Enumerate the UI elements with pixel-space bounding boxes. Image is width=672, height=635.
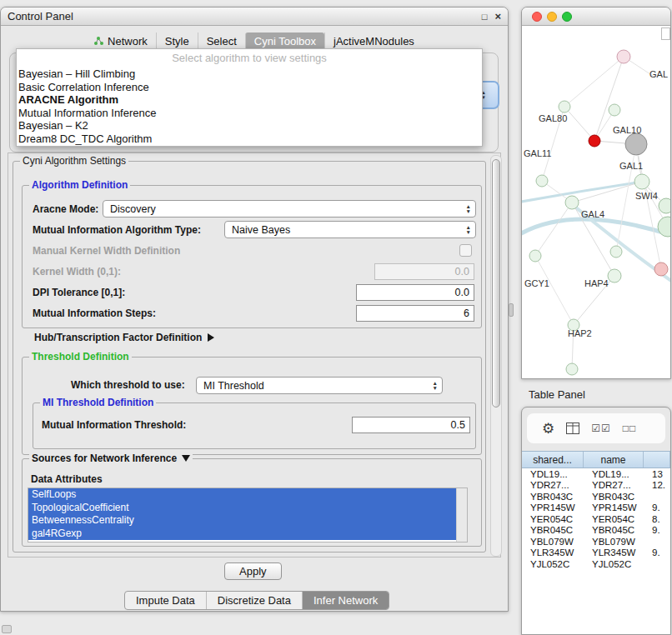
network-node[interactable]: [609, 104, 620, 116]
network-node[interactable]: [589, 135, 600, 147]
column-header-extra[interactable]: [644, 452, 670, 468]
table-row[interactable]: YDL19...YDL19...13: [522, 468, 670, 480]
tab-select[interactable]: Select: [198, 32, 245, 50]
tab-network[interactable]: Network: [86, 32, 156, 50]
close-icon[interactable]: ×: [494, 10, 501, 22]
algorithm-definition-group: Algorithm Definition Aracne Mode: Discov…: [22, 185, 482, 328]
table-row[interactable]: YBR043CYBR043C: [522, 491, 670, 502]
table-cell: YJL052C: [522, 559, 584, 569]
tab-cyni-toolbox[interactable]: Cyni Toolbox: [245, 32, 324, 50]
network-view-titlebar[interactable]: [522, 8, 670, 26]
dropdown-item[interactable]: Basic Correlation Inference: [17, 81, 482, 94]
minimize-window-icon[interactable]: [547, 12, 557, 22]
window-buttons: □ ×: [482, 10, 501, 22]
unchecked-columns-icon[interactable]: □□: [623, 422, 637, 434]
restore-icon[interactable]: □: [482, 12, 488, 22]
collapsed-panel-button[interactable]: [2, 625, 12, 633]
tab-infer-network[interactable]: Infer Network: [302, 592, 389, 609]
network-node-label: GAL: [649, 69, 668, 79]
table-cell: YER054C: [584, 514, 644, 524]
kernel-width-input[interactable]: 0.0: [374, 263, 474, 280]
dropdown-item[interactable]: Bayesian – K2: [17, 119, 482, 132]
tab-jactivemnodules[interactable]: jActiveMNodules: [324, 32, 423, 50]
network-canvas[interactable]: GALGAL80GAL10GAL11GAL1SWI4GAL4GCY1HAP4HA…: [522, 26, 670, 378]
tab-style[interactable]: Style: [156, 32, 198, 50]
group-title: MI Threshold Definition: [40, 397, 156, 408]
mi-steps-label: Mutual Information Steps:: [33, 308, 156, 319]
chevron-updown-icon: ▲▼: [433, 381, 438, 390]
dropdown-item[interactable]: Dream8 DC_TDC Algorithm: [17, 132, 482, 146]
control-panel-window: Control Panel □ × Network Style Select C…: [0, 7, 509, 612]
mi-type-select[interactable]: Naive Bayes ▲▼: [224, 221, 476, 238]
network-node[interactable]: [565, 196, 579, 209]
settings-scrollbar[interactable]: [490, 155, 502, 557]
network-node-label: GAL11: [524, 148, 551, 158]
network-node[interactable]: [536, 175, 548, 187]
close-window-icon[interactable]: [532, 12, 542, 22]
panel-splitter-handle[interactable]: [509, 303, 514, 317]
table-toolbar: ⚙ ☑☑ □□: [527, 413, 665, 443]
control-panel-titlebar[interactable]: Control Panel □ ×: [1, 8, 508, 26]
tab-label: Style: [165, 35, 189, 48]
table-cell: YBL079W: [522, 537, 584, 547]
dropdown-item[interactable]: Bayesian – Hill Climbing: [17, 68, 482, 81]
network-node[interactable]: [659, 198, 670, 213]
mi-steps-input[interactable]: 6: [356, 305, 474, 322]
desktop: Control Panel □ × Network Style Select C…: [0, 0, 672, 635]
network-node[interactable]: [617, 50, 630, 63]
dropdown-item[interactable]: Mutual Information Inference: [17, 107, 482, 120]
network-node[interactable]: [529, 250, 541, 262]
network-node[interactable]: [610, 246, 622, 258]
table-cell: YDL19...: [522, 469, 584, 479]
zoom-window-icon[interactable]: [562, 12, 572, 22]
settings-gear-icon[interactable]: ⚙: [542, 420, 554, 438]
tab-impute-data[interactable]: Impute Data: [125, 592, 206, 609]
tab-discretize-data[interactable]: Discretize Data: [206, 592, 302, 609]
column-header-name[interactable]: name: [584, 452, 644, 468]
column-layout-icon[interactable]: [566, 422, 579, 434]
apply-button[interactable]: Apply: [224, 562, 282, 580]
list-scrollbar[interactable]: [456, 488, 467, 542]
sources-toggle[interactable]: Sources for Network Inference: [29, 452, 193, 464]
network-icon: [94, 37, 103, 46]
table-row[interactable]: YBL079WYBL079W: [522, 536, 670, 548]
attribute-item[interactable]: gal4RGexp: [28, 528, 457, 541]
table-cell: YER054C: [522, 514, 584, 524]
aracne-mode-select[interactable]: Discovery ▲▼: [103, 200, 476, 218]
canvas-scroll-corner[interactable]: [661, 28, 670, 40]
network-node[interactable]: [559, 101, 570, 112]
attribute-item[interactable]: TopologicalCoefficient: [28, 502, 457, 515]
checked-columns-icon[interactable]: ☑☑: [591, 422, 611, 434]
hub-section-toggle[interactable]: Hub/Transcription Factor Definition: [34, 332, 214, 343]
table-row[interactable]: YER054CYER054C8.: [522, 513, 670, 525]
manual-kernel-checkbox[interactable]: [459, 244, 472, 257]
attribute-item[interactable]: BetweennessCentrality: [28, 514, 457, 528]
which-threshold-select[interactable]: MI Threshold ▲▼: [196, 377, 443, 394]
network-edge: [522, 219, 670, 236]
dropdown-item-highlighted[interactable]: ARACNE Algorithm: [17, 93, 482, 107]
table-row[interactable]: YDR27...YDR27...12.: [522, 480, 670, 492]
network-node[interactable]: [634, 174, 649, 189]
network-node[interactable]: [625, 133, 647, 155]
table-row[interactable]: YPR145WYPR145W9.: [522, 502, 670, 514]
network-node-label: GAL4: [581, 209, 604, 219]
field-value: 0.0: [455, 266, 469, 278]
network-edge: [564, 107, 594, 141]
attribute-item[interactable]: SelfLoops: [28, 488, 457, 502]
table-cell: YDR27...: [584, 480, 644, 490]
group-title: Threshold Definition: [29, 351, 132, 362]
network-node[interactable]: [654, 262, 668, 276]
cyni-settings-group: Cyni Algorithm Settings Algorithm Defini…: [13, 161, 486, 552]
table-cell: YPR145W: [522, 502, 584, 512]
table-row[interactable]: YLR345WYLR345W9.: [522, 548, 670, 559]
combo-value: MI Threshold: [203, 380, 264, 392]
network-node[interactable]: [566, 363, 578, 375]
mi-threshold-input[interactable]: 0.5: [352, 417, 470, 433]
dpi-tolerance-input[interactable]: 0.0: [356, 284, 474, 301]
column-header-shared[interactable]: shared...: [522, 452, 584, 468]
table-row[interactable]: YJL052CYJL052C: [522, 558, 670, 570]
field-value: 0.0: [455, 287, 469, 298]
table-row[interactable]: YBR045CYBR045C9.: [522, 525, 670, 537]
network-node[interactable]: [608, 269, 621, 282]
scrollbar-thumb[interactable]: [492, 159, 500, 408]
